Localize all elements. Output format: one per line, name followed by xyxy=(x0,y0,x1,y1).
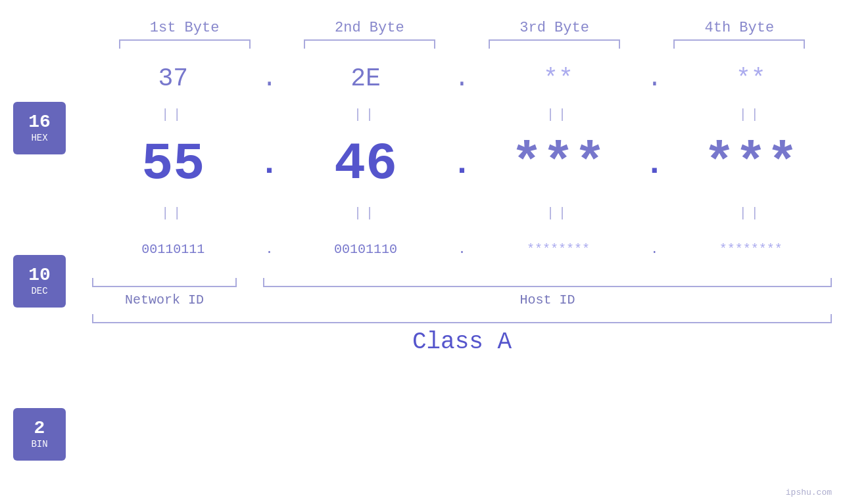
dec-byte4-value: *** xyxy=(704,134,798,194)
content-wrapper: 16 HEX 10 DEC 2 BIN 37 . xyxy=(0,52,845,504)
hex-byte3-cell: ** xyxy=(493,64,624,93)
dec-badge: 10 DEC xyxy=(13,255,66,308)
data-columns: 37 . 2E . ** . ** xyxy=(92,52,845,504)
dec-row: 55 . 46 . *** . *** xyxy=(92,124,832,203)
equals1-byte3: || xyxy=(493,107,624,122)
byte3-header: 3rd Byte xyxy=(489,20,620,36)
dec-badge-label: DEC xyxy=(31,286,47,296)
bin-badge-label: BIN xyxy=(31,439,47,449)
dec-dot3: . xyxy=(641,145,667,183)
byte1-header: 1st Byte xyxy=(119,20,251,36)
byte3-top-bracket xyxy=(489,39,620,49)
bin-byte2-cell: 00101110 xyxy=(300,242,431,257)
dec-badge-num: 10 xyxy=(28,266,51,285)
dec-byte1-cell: 55 xyxy=(107,134,239,194)
dec-byte4-cell: *** xyxy=(685,134,817,194)
bin-row: 00110111 . 00101110 . ******** . xyxy=(92,223,832,275)
byte1-top-bracket xyxy=(119,39,251,49)
hex-byte3-value: ** xyxy=(543,64,573,93)
hex-dot2: . xyxy=(448,64,475,93)
dec-dot1: . xyxy=(256,145,283,183)
bin-badge-num: 2 xyxy=(34,419,45,438)
hex-row: 37 . 2E . ** . ** xyxy=(92,52,832,104)
dec-byte3-cell: *** xyxy=(493,134,624,194)
host-id-label: Host ID xyxy=(263,292,832,308)
byte-headers-row: 1st Byte 2nd Byte 3rd Byte 4th Byte xyxy=(0,20,845,36)
byte2-top-bracket xyxy=(304,39,435,49)
bin-byte3-value: ******** xyxy=(527,242,590,257)
hex-byte2-cell: 2E xyxy=(300,64,431,93)
hex-byte2-value: 2E xyxy=(350,64,381,93)
watermark: ipshu.com xyxy=(786,488,832,497)
main-container: 1st Byte 2nd Byte 3rd Byte 4th Byte 16 H… xyxy=(0,0,845,504)
hex-byte1-value: 37 xyxy=(158,64,188,93)
equals2-byte3: || xyxy=(493,206,624,221)
bin-badge: 2 BIN xyxy=(13,408,66,461)
bottom-brackets-row xyxy=(92,278,832,287)
dec-byte2-value: 46 xyxy=(334,134,397,194)
dec-dot2: . xyxy=(448,145,475,183)
bin-byte4-cell: ******** xyxy=(685,242,817,257)
network-id-label: Network ID xyxy=(92,292,237,308)
hex-dot1: . xyxy=(256,64,283,93)
equals2-byte2: || xyxy=(300,206,431,221)
bin-byte2-value: 00101110 xyxy=(334,242,397,257)
class-label: Class A xyxy=(92,329,832,362)
bin-dot2: . xyxy=(448,242,475,257)
hex-badge: 16 HEX xyxy=(13,102,66,154)
equals2-byte4: || xyxy=(685,206,817,221)
hex-badge-label: HEX xyxy=(31,133,47,143)
bin-byte1-cell: 00110111 xyxy=(107,242,239,257)
equals-row-2: || || || || xyxy=(92,203,832,223)
top-brackets xyxy=(0,39,845,49)
equals1-byte2: || xyxy=(300,107,431,122)
dec-byte2-cell: 46 xyxy=(300,134,431,194)
dec-byte1-value: 55 xyxy=(141,134,205,194)
byte4-header: 4th Byte xyxy=(673,20,805,36)
equals1-byte4: || xyxy=(685,107,817,122)
hex-byte4-value: ** xyxy=(736,64,766,93)
hex-byte1-cell: 37 xyxy=(107,64,239,93)
bin-byte1-value: 00110111 xyxy=(141,242,205,257)
equals1-byte1: || xyxy=(107,107,239,122)
bin-dot3: . xyxy=(641,242,667,257)
bin-byte4-value: ******** xyxy=(719,242,783,257)
bin-byte3-cell: ******** xyxy=(493,242,624,257)
byte2-header: 2nd Byte xyxy=(304,20,435,36)
host-id-bracket xyxy=(263,278,832,287)
network-id-bracket xyxy=(92,278,237,287)
hex-badge-num: 16 xyxy=(28,113,51,131)
id-labels-row: Network ID Host ID xyxy=(92,292,832,308)
hex-byte4-cell: ** xyxy=(685,64,817,93)
equals2-byte1: || xyxy=(107,206,239,221)
byte4-top-bracket xyxy=(673,39,805,49)
equals-row-1: || || || || xyxy=(92,104,832,124)
bin-dot1: . xyxy=(256,242,283,257)
class-bracket xyxy=(92,314,832,323)
hex-dot3: . xyxy=(641,64,667,93)
badges-column: 16 HEX 10 DEC 2 BIN xyxy=(0,52,92,504)
dec-byte3-value: *** xyxy=(511,134,606,194)
